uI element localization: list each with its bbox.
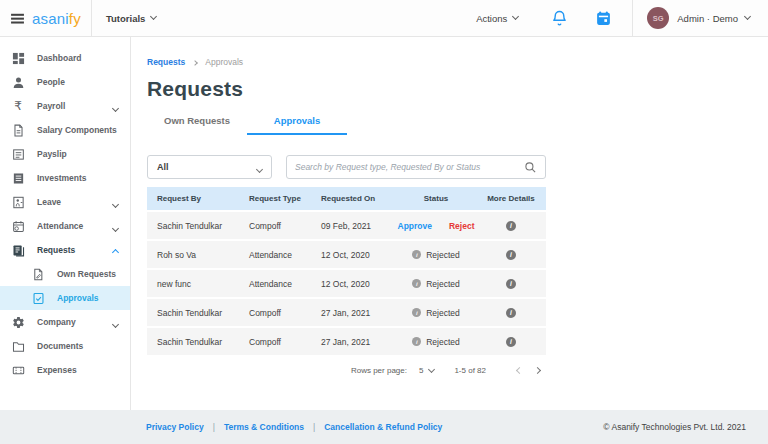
body: Dashboard People ₹ Payroll Salary Compon… xyxy=(0,37,768,410)
requested-on-cell: 12 Oct, 2020 xyxy=(311,279,396,289)
approvals-icon xyxy=(30,292,46,305)
chevron-down-icon xyxy=(512,13,519,20)
table-header-row: Request By Request Type Requested On Sta… xyxy=(147,187,546,210)
cancellation-refund-link[interactable]: Cancellation & Refund Policy xyxy=(324,422,442,432)
terms-conditions-link[interactable]: Terms & Conditions xyxy=(224,422,304,432)
tabs: Own Requests Approvals xyxy=(147,109,546,135)
tutorials-menu[interactable]: Tutorials xyxy=(92,13,170,24)
header-divider xyxy=(632,0,633,36)
sidebar-item-own-requests[interactable]: Own Requests xyxy=(0,262,130,286)
avatar-initials: SG xyxy=(653,14,664,23)
previous-page-button[interactable] xyxy=(510,368,528,373)
request-by-cell: Sachin Tendulkar xyxy=(147,308,239,318)
next-page-button[interactable] xyxy=(528,368,546,373)
column-header: Requested On xyxy=(311,194,396,203)
sidebar-item-requests[interactable]: Requests xyxy=(0,238,130,262)
chevron-down-icon xyxy=(744,13,751,20)
rows-per-page-select[interactable]: 5 xyxy=(419,366,434,375)
brand: asanify xyxy=(0,0,91,36)
table-row: Sachin Tendulkar Compoff 27 Jan, 2021 i … xyxy=(147,299,546,326)
logo-part2: fy xyxy=(69,10,81,27)
status-cell: Approve Reject xyxy=(396,221,476,231)
footer-separator: | xyxy=(313,422,315,432)
sidebar-item-payslip[interactable]: Payslip xyxy=(0,142,130,166)
search-input[interactable] xyxy=(295,162,524,172)
pagination-range: 1-5 of 82 xyxy=(454,366,486,375)
search-icon[interactable] xyxy=(524,161,537,174)
request-type-cell: Compoff xyxy=(239,221,311,231)
status-cell: i Rejected xyxy=(396,250,476,260)
request-type-cell: Compoff xyxy=(239,337,311,347)
column-header: Status xyxy=(396,194,476,203)
chevron-down-icon xyxy=(257,158,262,176)
status-label: Rejected xyxy=(426,308,460,318)
column-header: Request Type xyxy=(239,194,311,203)
more-details-icon[interactable]: i xyxy=(506,308,516,318)
more-details-cell: i xyxy=(476,250,546,260)
sidebar-item-company[interactable]: Company xyxy=(0,310,130,334)
footer-separator: | xyxy=(213,422,215,432)
sidebar-item-label: People xyxy=(37,77,65,87)
sidebar-item-salary-components[interactable]: Salary Components xyxy=(0,118,130,142)
sidebar-item-approvals[interactable]: Approvals xyxy=(0,286,130,310)
chevron-up-icon xyxy=(113,241,118,259)
dashboard-icon xyxy=(10,52,26,65)
breadcrumb-separator-icon xyxy=(193,57,197,67)
status-label: Rejected xyxy=(426,337,460,347)
actions-menu[interactable]: Actions xyxy=(476,13,518,24)
approve-link[interactable]: Approve xyxy=(398,221,432,231)
asanify-logo[interactable]: asanify xyxy=(32,10,81,27)
requested-on-cell: 27 Jan, 2021 xyxy=(311,337,396,347)
more-details-icon[interactable]: i xyxy=(506,221,516,231)
reject-link[interactable]: Reject xyxy=(449,221,475,231)
filter-dropdown-value: All xyxy=(157,162,169,172)
more-details-icon[interactable]: i xyxy=(506,250,516,260)
sidebar-item-label: Attendance xyxy=(37,221,83,231)
avatar[interactable]: SG xyxy=(647,7,669,29)
request-by-cell: new func xyxy=(147,279,239,289)
privacy-policy-link[interactable]: Privacy Policy xyxy=(146,422,204,432)
sidebar-item-dashboard[interactable]: Dashboard xyxy=(0,46,130,70)
sidebar-item-leave[interactable]: Leave xyxy=(0,190,130,214)
requests-icon xyxy=(10,244,26,257)
requested-on-cell: 12 Oct, 2020 xyxy=(311,250,396,260)
sidebar-item-label: Leave xyxy=(37,197,61,207)
more-details-icon[interactable]: i xyxy=(506,279,516,289)
app-window: asanify Tutorials Actions SG xyxy=(0,0,768,444)
sidebar-item-investments[interactable]: Investments xyxy=(0,166,130,190)
salary-document-icon xyxy=(10,124,26,137)
sidebar-item-payroll[interactable]: ₹ Payroll xyxy=(0,94,130,118)
calendar-button[interactable] xyxy=(588,10,618,27)
menu-icon[interactable] xyxy=(10,11,25,26)
pagination: Rows per page: 5 1-5 of 82 xyxy=(147,366,546,375)
requested-on-cell: 27 Jan, 2021 xyxy=(311,308,396,318)
more-details-cell: i xyxy=(476,279,546,289)
tab-approvals[interactable]: Approvals xyxy=(247,109,347,135)
status-info-icon: i xyxy=(412,279,421,288)
sidebar-item-attendance[interactable]: Attendance xyxy=(0,214,130,238)
filter-dropdown[interactable]: All xyxy=(147,155,272,179)
investments-icon xyxy=(10,172,26,185)
column-header: More Details xyxy=(476,194,546,203)
table-row: Sachin Tendulkar Compoff 09 Feb, 2021 Ap… xyxy=(147,212,546,239)
page-title: Requests xyxy=(147,77,546,101)
footer-links: Privacy Policy | Terms & Conditions | Ca… xyxy=(146,422,442,432)
bell-icon xyxy=(551,10,568,27)
sidebar-item-documents[interactable]: Documents xyxy=(0,334,130,358)
table-row: new func Attendance 12 Oct, 2020 i Rejec… xyxy=(147,270,546,297)
sidebar-item-expenses[interactable]: Expenses xyxy=(0,358,130,382)
status-label: Rejected xyxy=(426,279,460,289)
notifications-button[interactable] xyxy=(544,10,574,27)
sidebar-item-label: Salary Components xyxy=(37,125,117,135)
header-right: Actions SG Admin · Demo xyxy=(476,0,768,36)
sidebar-item-label: Approvals xyxy=(57,293,99,303)
breadcrumb-requests-link[interactable]: Requests xyxy=(147,57,185,67)
chevron-down-icon xyxy=(113,217,118,235)
own-requests-icon xyxy=(30,268,46,281)
more-details-icon[interactable]: i xyxy=(506,337,516,347)
request-type-cell: Attendance xyxy=(239,250,311,260)
table-row: Roh so Va Attendance 12 Oct, 2020 i Reje… xyxy=(147,241,546,268)
tab-own-requests[interactable]: Own Requests xyxy=(147,109,247,135)
sidebar-item-people[interactable]: People xyxy=(0,70,130,94)
account-menu[interactable]: Admin · Demo xyxy=(677,13,768,24)
